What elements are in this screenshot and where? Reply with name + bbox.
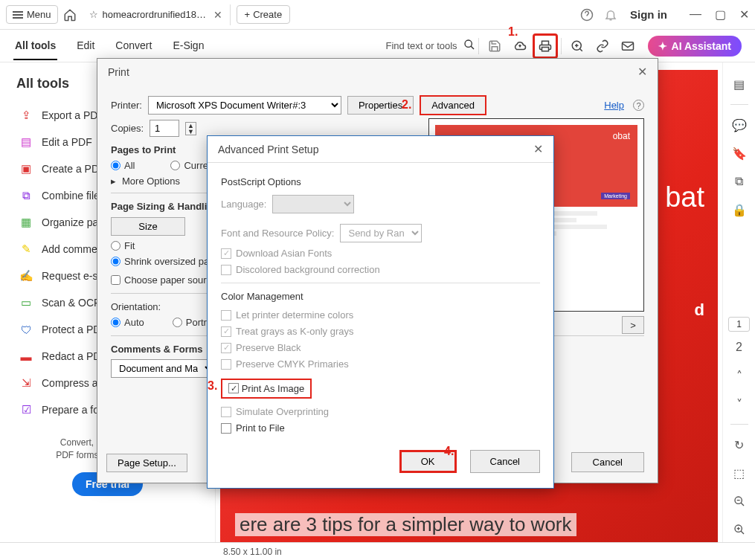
rotate-icon[interactable]: ↻ (727, 432, 752, 457)
callout-2: 2. (402, 98, 411, 112)
nav-up-icon[interactable]: ˄ (727, 363, 752, 388)
sign-in-link[interactable]: Sign in (630, 8, 667, 21)
organize-icon: ▦ (19, 216, 33, 229)
radio-all[interactable]: All (111, 160, 135, 171)
home-icon[interactable] (58, 3, 82, 27)
color-mgmt-title: Color Management (221, 291, 540, 302)
chat-icon[interactable]: 💬 (727, 112, 752, 138)
print-close-icon[interactable]: ✕ (637, 65, 647, 79)
tab-convert[interactable]: Convert (114, 32, 153, 60)
adv-title: Advanced Print Setup (218, 144, 318, 155)
link-icon[interactable] (590, 33, 615, 59)
print-title: Print (108, 66, 129, 78)
find-text[interactable]: Find text or tools (386, 39, 475, 53)
check-treat-grays: ✓Treat grays as K-only grays (221, 326, 540, 337)
print-cancel-button[interactable]: Cancel (571, 452, 644, 472)
printer-select[interactable]: Microsoft XPS Document Writer#:3 (148, 96, 341, 115)
titlebar: Menu ☆ homeacrordrunified18_2... ✕ + Cre… (0, 0, 755, 30)
hamburger-icon (13, 11, 23, 19)
font-policy-label: Font and Resource Policy: (221, 228, 334, 239)
scan-icon: ▭ (19, 296, 33, 309)
maximize-button[interactable]: ▢ (715, 7, 726, 22)
create-pdf-icon: ▣ (19, 162, 33, 176)
save-icon[interactable] (482, 33, 507, 59)
print-button[interactable] (533, 33, 558, 59)
zoom-in-icon[interactable] (727, 517, 752, 542)
search-icon (463, 39, 475, 53)
language-select (272, 195, 354, 213)
protect-icon: 🛡 (19, 323, 33, 336)
svg-point-1 (465, 40, 472, 47)
preview-next-button[interactable]: > (622, 316, 644, 334)
tab-all-tools[interactable]: All tools (13, 32, 57, 60)
bell-icon[interactable] (599, 3, 623, 27)
promo-d: d (695, 300, 704, 320)
check-asian-fonts: ✓Download Asian Fonts (221, 248, 540, 259)
nav-down-icon[interactable]: ˅ (727, 391, 752, 416)
add-page-icon[interactable] (565, 33, 590, 59)
promo-bat: bat (665, 181, 704, 213)
create-button[interactable]: + Create (237, 5, 291, 24)
page-setup-button[interactable]: Page Setup... (106, 454, 187, 472)
comment-icon: ✎ (19, 242, 33, 256)
advanced-print-dialog: Advanced Print Setup ✕ PostScript Option… (207, 135, 554, 489)
menu-label: Menu (27, 9, 51, 20)
ai-label: AI Assistant (672, 40, 731, 52)
help-link[interactable]: Help (604, 100, 624, 111)
help-q-icon: ? (633, 100, 644, 111)
font-policy-select: Send by Range (340, 224, 422, 242)
callout-1: 1. (508, 25, 518, 39)
svg-rect-2 (542, 47, 548, 51)
edit-icon: ▤ (19, 135, 33, 149)
page-size: 8.50 x 11.00 in (223, 547, 282, 557)
adv-cancel-button[interactable]: Cancel (470, 450, 540, 473)
callout-4: 4. (444, 445, 454, 458)
size-button[interactable]: Size (111, 217, 185, 236)
zoom-out-icon[interactable] (727, 489, 752, 514)
callout-3: 3. (208, 379, 217, 393)
page-current[interactable]: 1 (728, 317, 750, 332)
combine-icon: ⧉ (19, 189, 33, 202)
plus-icon: + (245, 9, 251, 20)
spinner-icon[interactable]: ▲▼ (185, 122, 196, 135)
sign-icon: ✍ (19, 269, 33, 283)
pages-icon[interactable]: ⧉ (727, 169, 752, 194)
right-rail: ▤ 💬 🔖 ⧉ 🔒 1 2 ˄ ˅ ↻ ⬚ (722, 62, 755, 542)
comments-select[interactable]: Document and Markups (111, 359, 215, 378)
help-icon[interactable] (575, 3, 599, 27)
panel-icon[interactable]: ▤ (727, 71, 752, 97)
lock-icon[interactable]: 🔒 (727, 197, 752, 222)
menu-button[interactable]: Menu (6, 5, 58, 24)
tab-title: homeacrordrunified18_2... (103, 9, 209, 20)
tab-esign[interactable]: E-Sign (171, 32, 205, 60)
marquee-icon[interactable]: ⬚ (727, 460, 752, 486)
ps-options-title: PostScript Options (221, 176, 540, 187)
document-tab[interactable]: ☆ homeacrordrunified18_2... ✕ (82, 4, 231, 25)
create-label: Create (253, 9, 282, 20)
status-bar: 8.50 x 11.00 in (0, 542, 755, 560)
check-print-as-image[interactable]: ✓ Print As Image (221, 379, 312, 399)
radio-auto[interactable]: Auto (111, 317, 144, 328)
form-icon: ☑ (19, 403, 33, 416)
page-2[interactable]: 2 (727, 335, 752, 360)
check-simulate-over: Simulate Overprinting (221, 406, 540, 417)
tab-edit[interactable]: Edit (75, 32, 96, 60)
toolbar-tabs: All tools Edit Convert E-Sign (13, 32, 205, 60)
ai-assistant-button[interactable]: ✦ AI Assistant (648, 36, 742, 57)
bookmark-icon[interactable]: 🔖 (727, 141, 752, 166)
close-window-button[interactable]: ✕ (739, 7, 749, 22)
promo-text: ere are 3 tips for a simpler way to work (235, 513, 576, 536)
adv-close-icon[interactable]: ✕ (533, 142, 543, 156)
check-preserve-cmyk: Preserve CMYK Primaries (221, 358, 540, 370)
copies-label: Copies: (111, 123, 144, 134)
redact-icon: ▬ (19, 350, 33, 363)
language-label: Language: (221, 199, 266, 210)
printer-label: Printer: (111, 100, 142, 111)
advanced-button[interactable]: Advanced (420, 95, 486, 115)
copies-input[interactable] (150, 120, 179, 137)
compress-icon: ⇲ (19, 376, 33, 390)
minimize-button[interactable]: — (690, 7, 701, 22)
mail-icon[interactable] (615, 33, 640, 59)
check-print-to-file[interactable]: Print to File (221, 422, 540, 434)
close-tab-icon[interactable]: ✕ (213, 9, 222, 21)
